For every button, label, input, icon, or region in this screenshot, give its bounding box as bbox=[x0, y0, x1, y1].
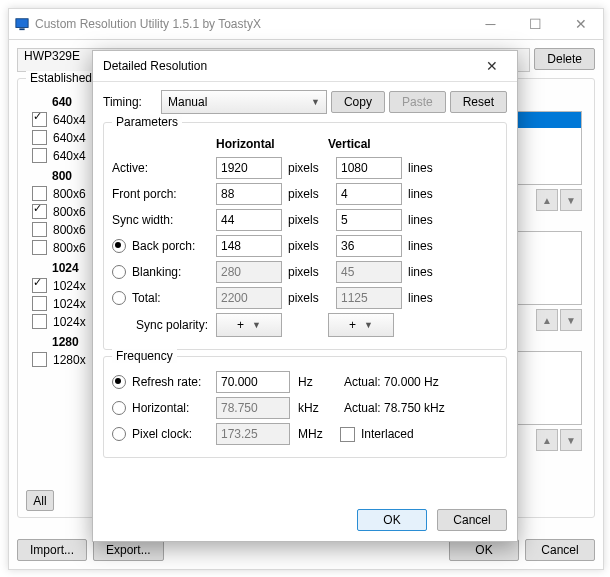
blanking-v-input bbox=[336, 261, 402, 283]
horizontal-freq-input bbox=[216, 397, 290, 419]
checkbox-icon[interactable] bbox=[32, 204, 47, 219]
active-label: Active: bbox=[112, 161, 208, 175]
back-porch-h-input[interactable] bbox=[216, 235, 282, 257]
blanking-label: Blanking: bbox=[132, 265, 181, 279]
monitor-select-value: HWP329E bbox=[24, 49, 80, 63]
svg-rect-1 bbox=[19, 28, 24, 30]
back-porch-radio[interactable] bbox=[112, 239, 126, 253]
total-radio[interactable] bbox=[112, 291, 126, 305]
close-button[interactable]: ✕ bbox=[558, 9, 603, 39]
checkbox-icon[interactable] bbox=[32, 240, 47, 255]
copy-button[interactable]: Copy bbox=[331, 91, 385, 113]
detailed-resolution-dialog: Detailed Resolution ✕ Timing: Manual ▼ C… bbox=[92, 50, 518, 542]
col-vertical-label: Vertical bbox=[328, 137, 428, 151]
interlaced-label: Interlaced bbox=[361, 427, 414, 441]
established-group-title: Established bbox=[26, 71, 96, 85]
horizontal-freq-unit: kHz bbox=[298, 401, 332, 415]
main-cancel-button[interactable]: Cancel bbox=[525, 539, 595, 561]
dialog-ok-button[interactable]: OK bbox=[357, 509, 427, 531]
checkbox-icon[interactable] bbox=[32, 186, 47, 201]
maximize-button[interactable]: ☐ bbox=[513, 9, 558, 39]
dialog-close-icon[interactable]: ✕ bbox=[477, 58, 507, 74]
timing-value: Manual bbox=[168, 95, 207, 109]
delete-button[interactable]: Delete bbox=[534, 48, 595, 70]
checkbox-icon[interactable] bbox=[32, 112, 47, 127]
parameters-group-title: Parameters bbox=[112, 115, 182, 129]
total-label: Total: bbox=[132, 291, 161, 305]
dialog-title: Detailed Resolution bbox=[103, 59, 477, 73]
horizontal-freq-actual: Actual: 78.750 kHz bbox=[344, 401, 445, 415]
front-porch-v-input[interactable] bbox=[336, 183, 402, 205]
title-bar: Custom Resolution Utility 1.5.1 by Toast… bbox=[9, 9, 603, 40]
checkbox-icon[interactable] bbox=[32, 148, 47, 163]
parameters-group: Parameters Horizontal Vertical Active: p… bbox=[103, 122, 507, 350]
sync-polarity-v-combo[interactable]: +▼ bbox=[328, 313, 394, 337]
sync-width-label: Sync width: bbox=[112, 213, 208, 227]
move-down-button-1[interactable]: ▼ bbox=[560, 189, 582, 211]
blanking-radio[interactable] bbox=[112, 265, 126, 279]
refresh-rate-label: Refresh rate: bbox=[132, 375, 201, 389]
checkbox-icon[interactable] bbox=[32, 222, 47, 237]
window-title: Custom Resolution Utility 1.5.1 by Toast… bbox=[35, 17, 468, 31]
total-h-input bbox=[216, 287, 282, 309]
unit-lines: lines bbox=[408, 161, 448, 175]
dialog-title-bar: Detailed Resolution ✕ bbox=[93, 51, 517, 82]
paste-button[interactable]: Paste bbox=[389, 91, 446, 113]
front-porch-label: Front porch: bbox=[112, 187, 208, 201]
horizontal-freq-radio[interactable] bbox=[112, 401, 126, 415]
timing-label: Timing: bbox=[103, 95, 157, 109]
active-h-input[interactable] bbox=[216, 157, 282, 179]
refresh-rate-input[interactable] bbox=[216, 371, 290, 393]
pixel-clock-label: Pixel clock: bbox=[132, 427, 192, 441]
refresh-rate-actual: Actual: 70.000 Hz bbox=[344, 375, 439, 389]
col-horizontal-label: Horizontal bbox=[216, 137, 328, 151]
unit-pixels: pixels bbox=[288, 161, 328, 175]
pixel-clock-unit: MHz bbox=[298, 427, 332, 441]
dialog-cancel-button[interactable]: Cancel bbox=[437, 509, 507, 531]
back-porch-label: Back porch: bbox=[132, 239, 195, 253]
frequency-group: Frequency Refresh rate: Hz Actual: 70.00… bbox=[103, 356, 507, 458]
chevron-down-icon: ▼ bbox=[311, 97, 320, 107]
interlaced-checkbox[interactable] bbox=[340, 427, 355, 442]
sync-polarity-h-combo[interactable]: +▼ bbox=[216, 313, 282, 337]
move-up-button-3[interactable]: ▲ bbox=[536, 429, 558, 451]
refresh-rate-radio[interactable] bbox=[112, 375, 126, 389]
move-down-button-3[interactable]: ▼ bbox=[560, 429, 582, 451]
all-button[interactable]: All bbox=[26, 490, 54, 511]
refresh-rate-unit: Hz bbox=[298, 375, 332, 389]
main-ok-button[interactable]: OK bbox=[449, 539, 519, 561]
frequency-group-title: Frequency bbox=[112, 349, 177, 363]
checkbox-icon[interactable] bbox=[32, 314, 47, 329]
sync-polarity-label: Sync polarity: bbox=[112, 318, 208, 332]
app-icon bbox=[15, 17, 29, 31]
checkbox-icon[interactable] bbox=[32, 130, 47, 145]
blanking-h-input bbox=[216, 261, 282, 283]
sync-width-v-input[interactable] bbox=[336, 209, 402, 231]
timing-combo[interactable]: Manual ▼ bbox=[161, 90, 327, 114]
checkbox-icon[interactable] bbox=[32, 296, 47, 311]
active-v-input[interactable] bbox=[336, 157, 402, 179]
reset-button[interactable]: Reset bbox=[450, 91, 507, 113]
svg-rect-0 bbox=[16, 19, 28, 28]
sync-width-h-input[interactable] bbox=[216, 209, 282, 231]
minimize-button[interactable]: ─ bbox=[468, 9, 513, 39]
pixel-clock-radio[interactable] bbox=[112, 427, 126, 441]
horizontal-freq-label: Horizontal: bbox=[132, 401, 189, 415]
checkbox-icon[interactable] bbox=[32, 278, 47, 293]
checkbox-icon[interactable] bbox=[32, 352, 47, 367]
front-porch-h-input[interactable] bbox=[216, 183, 282, 205]
export-button[interactable]: Export... bbox=[93, 539, 164, 561]
back-porch-v-input[interactable] bbox=[336, 235, 402, 257]
move-up-button-1[interactable]: ▲ bbox=[536, 189, 558, 211]
move-up-button-2[interactable]: ▲ bbox=[536, 309, 558, 331]
move-down-button-2[interactable]: ▼ bbox=[560, 309, 582, 331]
pixel-clock-input bbox=[216, 423, 290, 445]
chevron-down-icon: ▼ bbox=[364, 320, 373, 330]
import-button[interactable]: Import... bbox=[17, 539, 87, 561]
total-v-input bbox=[336, 287, 402, 309]
chevron-down-icon: ▼ bbox=[252, 320, 261, 330]
